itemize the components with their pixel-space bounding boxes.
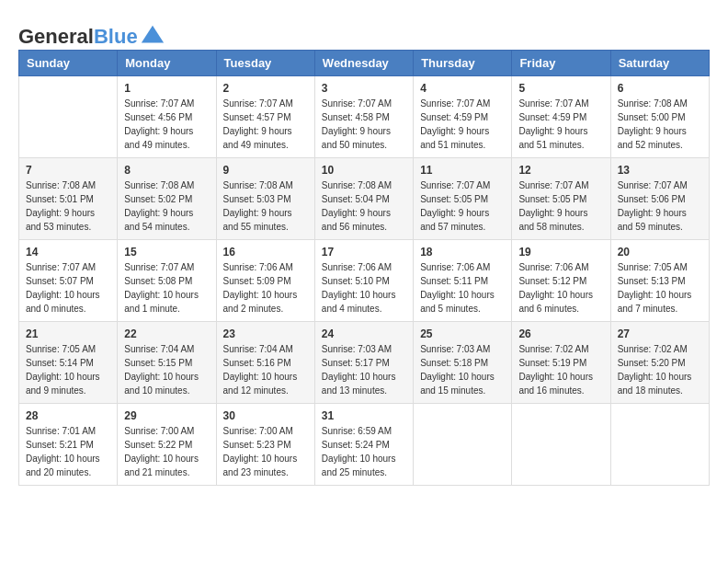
- calendar-day-cell: [19, 76, 118, 158]
- day-of-week-header: Saturday: [610, 51, 709, 76]
- day-number: 20: [618, 246, 702, 259]
- day-number: 2: [223, 82, 308, 95]
- calendar-day-cell: 25Sunrise: 7:03 AM Sunset: 5:18 PM Dayli…: [414, 322, 512, 404]
- day-of-week-header: Monday: [118, 51, 216, 76]
- day-info: Sunrise: 7:08 AM Sunset: 5:03 PM Dayligh…: [223, 178, 308, 234]
- day-number: 15: [124, 246, 209, 259]
- day-info: Sunrise: 7:03 AM Sunset: 5:17 PM Dayligh…: [322, 342, 406, 397]
- calendar-week-row: 14Sunrise: 7:07 AM Sunset: 5:07 PM Dayli…: [19, 240, 710, 322]
- day-number: 4: [420, 82, 505, 95]
- calendar-day-cell: 7Sunrise: 7:08 AM Sunset: 5:01 PM Daylig…: [19, 158, 118, 240]
- day-info: Sunrise: 7:07 AM Sunset: 4:57 PM Dayligh…: [223, 97, 308, 152]
- calendar-day-cell: 17Sunrise: 7:06 AM Sunset: 5:10 PM Dayli…: [314, 240, 413, 322]
- calendar-day-cell: 27Sunrise: 7:02 AM Sunset: 5:20 PM Dayli…: [610, 322, 709, 404]
- calendar-day-cell: 13Sunrise: 7:07 AM Sunset: 5:06 PM Dayli…: [610, 158, 709, 240]
- calendar-day-cell: 18Sunrise: 7:06 AM Sunset: 5:11 PM Dayli…: [414, 240, 512, 322]
- calendar-day-cell: 8Sunrise: 7:08 AM Sunset: 5:02 PM Daylig…: [118, 158, 216, 240]
- calendar-week-row: 7Sunrise: 7:08 AM Sunset: 5:01 PM Daylig…: [19, 158, 710, 240]
- day-number: 22: [124, 327, 209, 340]
- day-info: Sunrise: 7:06 AM Sunset: 5:11 PM Dayligh…: [420, 260, 505, 316]
- day-info: Sunrise: 7:07 AM Sunset: 5:05 PM Dayligh…: [420, 178, 505, 234]
- day-of-week-header: Tuesday: [216, 51, 314, 76]
- day-number: 17: [322, 246, 406, 259]
- calendar-day-cell: 22Sunrise: 7:04 AM Sunset: 5:15 PM Dayli…: [118, 322, 216, 404]
- calendar-week-row: 28Sunrise: 7:01 AM Sunset: 5:21 PM Dayli…: [19, 404, 710, 486]
- day-info: Sunrise: 7:07 AM Sunset: 5:08 PM Dayligh…: [124, 260, 209, 316]
- day-info: Sunrise: 7:03 AM Sunset: 5:18 PM Dayligh…: [420, 342, 505, 397]
- day-number: 3: [322, 82, 406, 95]
- day-info: Sunrise: 7:07 AM Sunset: 5:06 PM Dayligh…: [618, 178, 702, 234]
- calendar-week-row: 1Sunrise: 7:07 AM Sunset: 4:56 PM Daylig…: [19, 76, 710, 158]
- day-number: 13: [618, 164, 702, 177]
- day-info: Sunrise: 7:06 AM Sunset: 5:12 PM Dayligh…: [518, 260, 603, 316]
- day-info: Sunrise: 7:04 AM Sunset: 5:16 PM Dayligh…: [223, 342, 308, 397]
- day-number: 18: [420, 246, 505, 259]
- calendar-day-cell: 31Sunrise: 6:59 AM Sunset: 5:24 PM Dayli…: [314, 404, 413, 486]
- calendar-header-row: SundayMondayTuesdayWednesdayThursdayFrid…: [19, 51, 710, 76]
- day-number: 28: [26, 409, 110, 422]
- day-info: Sunrise: 7:07 AM Sunset: 4:59 PM Dayligh…: [420, 97, 505, 152]
- day-info: Sunrise: 7:05 AM Sunset: 5:14 PM Dayligh…: [26, 342, 110, 397]
- day-info: Sunrise: 7:07 AM Sunset: 4:58 PM Dayligh…: [322, 97, 406, 152]
- day-number: 9: [223, 164, 308, 177]
- day-number: 31: [322, 409, 406, 422]
- calendar-day-cell: 2Sunrise: 7:07 AM Sunset: 4:57 PM Daylig…: [216, 76, 314, 158]
- day-of-week-header: Thursday: [414, 51, 512, 76]
- day-number: 29: [124, 409, 209, 422]
- day-number: 14: [26, 246, 110, 259]
- day-info: Sunrise: 7:05 AM Sunset: 5:13 PM Dayligh…: [618, 260, 702, 316]
- day-info: Sunrise: 6:59 AM Sunset: 5:24 PM Dayligh…: [322, 424, 406, 479]
- day-number: 16: [223, 246, 308, 259]
- calendar-day-cell: [414, 404, 512, 486]
- calendar-day-cell: 29Sunrise: 7:00 AM Sunset: 5:22 PM Dayli…: [118, 404, 216, 486]
- day-number: 1: [124, 82, 209, 95]
- logo: GeneralBlue: [18, 24, 165, 50]
- day-info: Sunrise: 7:04 AM Sunset: 5:15 PM Dayligh…: [124, 342, 209, 397]
- calendar-day-cell: 6Sunrise: 7:08 AM Sunset: 5:00 PM Daylig…: [610, 76, 709, 158]
- calendar-day-cell: 19Sunrise: 7:06 AM Sunset: 5:12 PM Dayli…: [512, 240, 610, 322]
- calendar-day-cell: 24Sunrise: 7:03 AM Sunset: 5:17 PM Dayli…: [314, 322, 413, 404]
- day-number: 10: [322, 164, 406, 177]
- calendar-day-cell: 16Sunrise: 7:06 AM Sunset: 5:09 PM Dayli…: [216, 240, 314, 322]
- day-info: Sunrise: 7:02 AM Sunset: 5:20 PM Dayligh…: [618, 342, 702, 397]
- calendar-day-cell: 5Sunrise: 7:07 AM Sunset: 4:59 PM Daylig…: [512, 76, 610, 158]
- calendar-day-cell: 12Sunrise: 7:07 AM Sunset: 5:05 PM Dayli…: [512, 158, 610, 240]
- calendar-day-cell: 26Sunrise: 7:02 AM Sunset: 5:19 PM Dayli…: [512, 322, 610, 404]
- day-number: 23: [223, 327, 308, 340]
- calendar-day-cell: 21Sunrise: 7:05 AM Sunset: 5:14 PM Dayli…: [19, 322, 118, 404]
- day-number: 26: [518, 327, 603, 340]
- calendar-day-cell: 30Sunrise: 7:00 AM Sunset: 5:23 PM Dayli…: [216, 404, 314, 486]
- calendar-day-cell: [512, 404, 610, 486]
- day-number: 6: [618, 82, 702, 95]
- day-number: 21: [26, 327, 110, 340]
- day-info: Sunrise: 7:00 AM Sunset: 5:23 PM Dayligh…: [223, 424, 308, 479]
- day-number: 19: [518, 246, 603, 259]
- day-info: Sunrise: 7:07 AM Sunset: 4:56 PM Dayligh…: [124, 97, 209, 152]
- calendar-day-cell: 3Sunrise: 7:07 AM Sunset: 4:58 PM Daylig…: [314, 76, 413, 158]
- logo-icon: [140, 24, 165, 50]
- day-info: Sunrise: 7:07 AM Sunset: 5:05 PM Dayligh…: [518, 178, 603, 234]
- calendar-week-row: 21Sunrise: 7:05 AM Sunset: 5:14 PM Dayli…: [19, 322, 710, 404]
- day-number: 24: [322, 327, 406, 340]
- day-info: Sunrise: 7:08 AM Sunset: 5:04 PM Dayligh…: [322, 178, 406, 234]
- day-number: 7: [26, 164, 110, 177]
- day-number: 25: [420, 327, 505, 340]
- day-of-week-header: Sunday: [19, 51, 118, 76]
- day-info: Sunrise: 7:08 AM Sunset: 5:02 PM Dayligh…: [124, 178, 209, 234]
- day-of-week-header: Friday: [512, 51, 610, 76]
- calendar-day-cell: [610, 404, 709, 486]
- calendar-day-cell: 11Sunrise: 7:07 AM Sunset: 5:05 PM Dayli…: [414, 158, 512, 240]
- calendar-day-cell: 9Sunrise: 7:08 AM Sunset: 5:03 PM Daylig…: [216, 158, 314, 240]
- calendar-table: SundayMondayTuesdayWednesdayThursdayFrid…: [18, 50, 710, 486]
- day-info: Sunrise: 7:08 AM Sunset: 5:01 PM Dayligh…: [26, 178, 110, 234]
- calendar-day-cell: 14Sunrise: 7:07 AM Sunset: 5:07 PM Dayli…: [19, 240, 118, 322]
- day-info: Sunrise: 7:01 AM Sunset: 5:21 PM Dayligh…: [26, 424, 110, 479]
- day-info: Sunrise: 7:06 AM Sunset: 5:09 PM Dayligh…: [223, 260, 308, 316]
- calendar-day-cell: 20Sunrise: 7:05 AM Sunset: 5:13 PM Dayli…: [610, 240, 709, 322]
- calendar-day-cell: 28Sunrise: 7:01 AM Sunset: 5:21 PM Dayli…: [19, 404, 118, 486]
- day-number: 8: [124, 164, 209, 177]
- day-number: 30: [223, 409, 308, 422]
- svg-marker-0: [141, 26, 163, 43]
- calendar-day-cell: 23Sunrise: 7:04 AM Sunset: 5:16 PM Dayli…: [216, 322, 314, 404]
- day-number: 5: [518, 82, 603, 95]
